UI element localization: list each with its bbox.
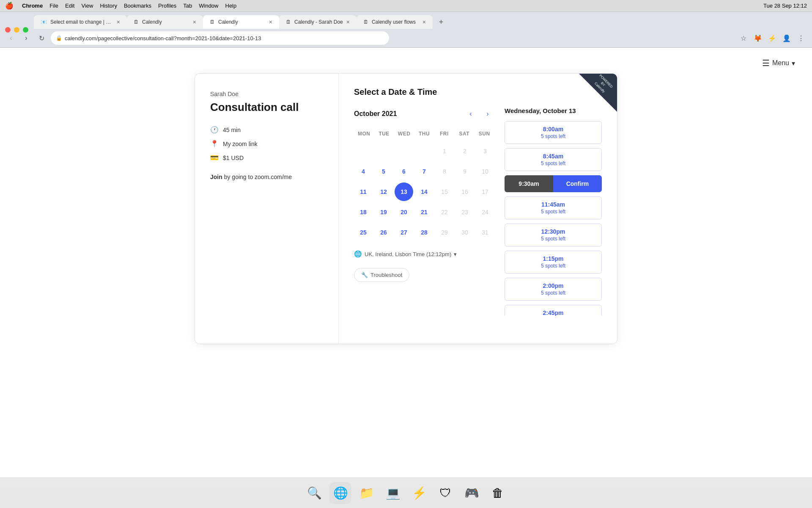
selected-slot-time: 9:30am [505,175,553,192]
troubleshoot-button[interactable]: 🔧 Troubleshoot [354,268,409,282]
calendar-day: 24 [476,203,494,221]
menubar-help[interactable]: Help [225,3,237,9]
dock-chrome[interactable]: 🌐 [329,482,351,504]
dock-vscode[interactable]: 💻 [382,482,404,504]
calendar-grid: MON TUE WED THU FRI SAT SUN 123456789101… [354,129,494,242]
wrench-icon: 🔧 [361,272,368,278]
time-slot[interactable]: 8:45am 5 spots left [505,148,602,171]
join-prefix: Join [210,174,222,180]
menubar-chrome[interactable]: Chrome [22,3,43,9]
slot-spots: 5 spots left [511,263,595,269]
maximize-window-button[interactable] [23,27,28,33]
menubar-edit[interactable]: Edit [65,3,74,9]
time-slot[interactable]: 9:30am Confirm [505,175,602,192]
tab-bar: 📧 Select email to change | Djang... × 🗓 … [0,12,812,29]
extension-button1[interactable]: 🦊 [752,32,764,44]
minimize-window-button[interactable] [14,27,19,33]
tab-close-calendly1[interactable]: × [193,19,196,25]
calendar-day[interactable]: 25 [354,223,373,242]
tab-sarah-doe[interactable]: 🗓 Calendly - Sarah Doe × [279,15,357,29]
page-menu[interactable]: ☰ Menu ▾ [762,58,795,68]
tab-calendly-active[interactable]: 🗓 Calendly × [203,15,279,29]
menubar-profiles[interactable]: Profiles [158,3,176,9]
mac-menubar: 🍎 Chrome File Edit View History Bookmark… [0,0,812,12]
left-panel: Sarah Doe Consultation call 🕐 45 min 📍 M… [195,74,339,344]
tab-close-calendly-active[interactable]: × [269,19,272,25]
tab-label-django: Select email to change | Djang... [50,19,113,25]
timezone-row[interactable]: 🌐 UK, Ireland, Lisbon Time (12:12pm) ▾ [354,250,494,258]
time-slot[interactable]: 12:30pm 5 spots left [505,224,602,246]
bookmark-button[interactable]: ☆ [738,32,749,44]
calendar-day [374,142,393,160]
back-button[interactable]: ‹ [5,32,17,44]
calendar-day[interactable]: 4 [354,162,373,181]
time-slot[interactable]: 1:15pm 5 spots left [505,251,602,273]
calendar-day[interactable]: 14 [415,182,433,201]
time-slot[interactable]: 8:00am 5 spots left [505,121,602,144]
tab-close-sarah[interactable]: × [346,19,350,25]
calendar-day: 23 [455,203,474,221]
calendar-day [354,142,373,160]
tab-favicon-sarah: 🗓 [286,19,291,25]
calendar-day[interactable]: 11 [354,182,373,201]
prev-month-button[interactable]: ‹ [464,107,477,121]
dock-game[interactable]: 🎮 [461,482,483,504]
tab-calendly1[interactable]: 🗓 Calendly × [127,15,203,29]
tab-close-flows[interactable]: × [422,19,426,25]
calendar-day[interactable]: 21 [415,203,433,221]
timezone-chevron-icon: ▾ [454,251,457,257]
apple-logo[interactable]: 🍎 [5,2,14,10]
menubar-bookmarks[interactable]: Bookmarks [124,3,151,9]
weekday-sun: SUN [475,129,494,138]
slot-time: 12:30pm [511,228,595,235]
time-slot[interactable]: 2:45pm 5 spots left [505,305,602,316]
new-tab-button[interactable]: + [434,15,448,29]
calendar-day[interactable]: 12 [374,182,393,201]
dock-finder[interactable]: 🔍 [303,482,325,504]
calendar-day[interactable]: 6 [395,162,413,181]
right-panel: POWEREDBYCalendly Select a Date & Time O… [339,74,617,344]
menubar-window[interactable]: Window [199,3,218,9]
menubar-history[interactable]: History [100,3,117,9]
calendar-day[interactable]: 28 [415,223,433,242]
next-month-button[interactable]: › [481,107,494,121]
time-slot[interactable]: 2:00pm 5 spots left [505,278,602,301]
tab-django[interactable]: 📧 Select email to change | Djang... × [34,15,127,29]
dock-terminal[interactable]: 📁 [356,482,378,504]
calendar-day[interactable]: 18 [354,203,373,221]
menubar-view[interactable]: View [81,3,93,9]
calendar-day[interactable]: 13 [395,182,413,201]
clock-icon: 🕐 [210,126,219,134]
address-bar[interactable]: 🔒 calendly.com/pagecollective/consultati… [51,31,389,45]
calendar-day[interactable]: 20 [395,203,413,221]
tab-close-django[interactable]: × [117,19,120,25]
dock-flashcard[interactable]: ⚡ [408,482,430,504]
weekday-tue: TUE [374,129,394,138]
calendar-day: 30 [455,223,474,242]
calendar-day[interactable]: 27 [395,223,413,242]
dock-trash[interactable]: 🗑 [487,482,509,504]
tab-user-flows[interactable]: 🗓 Calendly user flows × [357,15,433,29]
time-slot[interactable]: 11:45am 5 spots left [505,196,602,219]
calendar-day[interactable]: 5 [374,162,393,181]
more-button[interactable]: ⋮ [795,32,807,44]
menu-label: Menu [772,59,789,67]
duration-item: 🕐 45 min [210,126,323,134]
calendar-day[interactable]: 7 [415,162,433,181]
refresh-button[interactable]: ↻ [36,32,47,44]
forward-button[interactable]: › [20,32,32,44]
selected-date: Wednesday, October 13 [505,107,602,114]
close-window-button[interactable] [5,27,11,33]
tab-label-calendly1: Calendly [142,19,162,25]
confirm-button[interactable]: Confirm [553,175,602,192]
dock-shield[interactable]: 🛡 [434,482,456,504]
month-year: October 2021 [354,110,461,118]
calendar-day[interactable]: 19 [374,203,393,221]
profile-button[interactable]: 👤 [781,32,793,44]
menubar-file[interactable]: File [49,3,58,9]
weekday-fri: FRI [434,129,454,138]
extension-button2[interactable]: ⚡ [766,32,778,44]
time-slots-list: 8:00am 5 spots left 8:45am 5 spots left … [505,121,602,316]
menubar-tab[interactable]: Tab [183,3,192,9]
calendar-day[interactable]: 26 [374,223,393,242]
